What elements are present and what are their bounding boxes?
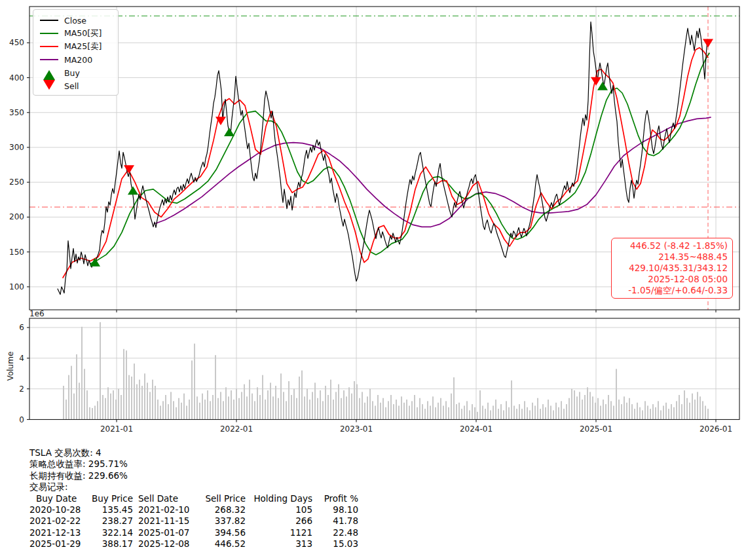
volume-bar bbox=[508, 407, 510, 420]
volume-bar bbox=[482, 405, 483, 419]
trades-cell: 2021-02-10 bbox=[133, 504, 196, 515]
volume-bar bbox=[555, 403, 557, 420]
volume-bar bbox=[270, 383, 271, 419]
volume-bar bbox=[453, 377, 455, 419]
volume-bar bbox=[312, 392, 313, 419]
volume-bar bbox=[401, 396, 402, 419]
price-ytick-label: 350 bbox=[9, 108, 24, 117]
volume-bar bbox=[699, 396, 701, 419]
volume-bar bbox=[689, 403, 690, 420]
volume-bar bbox=[354, 381, 355, 420]
volume-bar bbox=[322, 401, 324, 419]
volume-bar bbox=[550, 405, 551, 419]
volume-bar bbox=[626, 403, 627, 420]
volume-ytick-label: 4 bbox=[19, 354, 24, 363]
volume-bar bbox=[479, 390, 481, 419]
annotation-line: 214.35~488.45 bbox=[616, 252, 728, 263]
volume-bar bbox=[165, 395, 166, 419]
volume-bar bbox=[173, 401, 174, 419]
volume-bar bbox=[537, 398, 538, 420]
legend-label: Sell bbox=[64, 81, 79, 91]
volume-bar bbox=[215, 355, 216, 419]
ma25-line-swatch bbox=[40, 46, 58, 47]
x-tick-label: 2021-01 bbox=[100, 424, 133, 434]
volume-bar bbox=[440, 398, 441, 420]
volume-bar bbox=[458, 403, 460, 420]
volume-bar bbox=[705, 405, 706, 419]
legend-item: MA25[卖] bbox=[39, 40, 113, 53]
volume-bar bbox=[629, 398, 630, 420]
volume-bar bbox=[257, 387, 258, 419]
volume-bar bbox=[327, 395, 329, 419]
volume-axis-label: Volume bbox=[6, 346, 15, 386]
volume-bar bbox=[639, 407, 641, 420]
tsla-strategy-figure: 10015020025030035040045002462021-012022-… bbox=[0, 0, 746, 560]
volume-bar bbox=[663, 405, 664, 419]
volume-bar bbox=[571, 389, 572, 420]
volume-bar bbox=[278, 398, 279, 420]
volume-bar bbox=[532, 403, 533, 420]
volume-bar bbox=[495, 400, 496, 419]
volume-bar bbox=[113, 390, 114, 419]
volume-bar bbox=[393, 404, 394, 419]
price-ytick-label: 250 bbox=[9, 177, 24, 187]
volume-bar bbox=[280, 373, 282, 419]
volume-bar bbox=[134, 364, 135, 419]
volume-bar bbox=[448, 407, 449, 420]
volume-bar bbox=[131, 377, 132, 420]
volume-bar bbox=[207, 390, 208, 419]
volume-bar bbox=[191, 360, 193, 419]
volume-bar bbox=[364, 403, 365, 420]
volume-bar bbox=[498, 409, 499, 419]
volume-bar bbox=[477, 412, 478, 420]
volume-bar bbox=[320, 390, 321, 419]
volume-bar bbox=[398, 405, 400, 419]
volume-bar bbox=[73, 394, 75, 420]
volume-bar bbox=[563, 409, 565, 419]
volume-bar bbox=[118, 389, 119, 420]
volume-bar bbox=[107, 387, 109, 419]
trades-cell: 22.48 bbox=[312, 527, 358, 538]
volume-bar bbox=[385, 407, 386, 420]
x-tick-label: 2025-01 bbox=[580, 424, 612, 434]
volume-bar bbox=[210, 401, 211, 419]
trades-cell: 2025-01-07 bbox=[133, 527, 196, 538]
volume-bar bbox=[513, 405, 515, 419]
volume-bar bbox=[511, 381, 512, 420]
volume-bar bbox=[307, 389, 308, 420]
volume-bar bbox=[424, 409, 426, 419]
volume-bar bbox=[348, 387, 350, 419]
volume-bar bbox=[472, 404, 473, 419]
volume-bar bbox=[304, 396, 305, 419]
price-ytick-label: 300 bbox=[9, 143, 24, 152]
volume-bar bbox=[561, 401, 562, 419]
volume-ytick-label: 6 bbox=[19, 323, 24, 332]
volume-bar bbox=[493, 405, 494, 419]
volume-bar bbox=[584, 395, 586, 419]
volume-bar bbox=[527, 407, 528, 420]
volume-ytick-label: 2 bbox=[19, 384, 24, 394]
trades-cell: 2020-10-28 bbox=[29, 504, 84, 515]
volume-panel-bg bbox=[29, 318, 739, 420]
trades-header-cell: Buy Date bbox=[29, 493, 84, 504]
volume-bar bbox=[225, 387, 227, 419]
volume-bar bbox=[553, 410, 554, 419]
buy-triangle-icon bbox=[43, 70, 55, 80]
volume-bar bbox=[375, 405, 376, 419]
volume-bar bbox=[168, 404, 169, 419]
volume-bar bbox=[660, 410, 662, 419]
volume-bar bbox=[317, 398, 318, 420]
volume-bar bbox=[443, 405, 444, 419]
trades-cell: 135.45 bbox=[84, 504, 133, 515]
volume-bar bbox=[390, 395, 392, 419]
volume-bar bbox=[68, 375, 69, 420]
volume-bar bbox=[605, 404, 606, 419]
trades-cell: 2021-02-22 bbox=[29, 515, 84, 527]
trades-header-cell: Profit % bbox=[312, 493, 358, 504]
volume-bar bbox=[220, 392, 221, 419]
volume-bar bbox=[84, 369, 85, 419]
volume-bar bbox=[267, 390, 269, 419]
volume-bar bbox=[566, 404, 567, 419]
volume-bar bbox=[673, 407, 675, 420]
volume-bar bbox=[314, 383, 316, 419]
